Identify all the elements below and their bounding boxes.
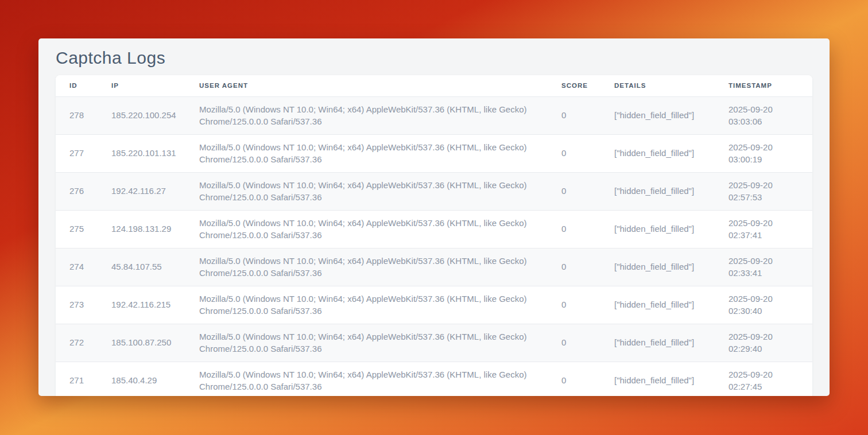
cell-user-agent: Mozilla/5.0 (Windows NT 10.0; Win64; x64… [185,362,548,396]
cell-details: ["hidden_field_filled"] [600,96,715,134]
cell-ip: 185.220.101.131 [98,134,185,172]
cell-timestamp: 2025-09-20 02:37:41 [715,210,812,248]
page-title: Captcha Logs [56,48,812,68]
column-header-user-agent: USER AGENT [185,75,548,96]
cell-timestamp: 2025-09-20 03:00:19 [715,134,812,172]
cell-details: ["hidden_field_filled"] [600,172,715,210]
cell-details: ["hidden_field_filled"] [600,286,715,324]
cell-user-agent: Mozilla/5.0 (Windows NT 10.0; Win64; x64… [185,248,548,286]
table-row: 27445.84.107.55Mozilla/5.0 (Windows NT 1… [56,248,812,286]
cell-id: 271 [56,362,98,396]
logs-table-container: ID IP USER AGENT SCORE DETAILS TIMESTAMP… [56,75,812,396]
cell-id: 272 [56,324,98,362]
column-header-ip: IP [98,75,185,96]
table-row: 277185.220.101.131Mozilla/5.0 (Windows N… [56,134,812,172]
column-header-timestamp: TIMESTAMP [715,75,812,96]
cell-ip: 185.40.4.29 [98,362,185,396]
cell-user-agent: Mozilla/5.0 (Windows NT 10.0; Win64; x64… [185,134,548,172]
column-header-score: SCORE [548,75,600,96]
cell-timestamp: 2025-09-20 02:57:53 [715,172,812,210]
cell-score: 0 [548,172,600,210]
column-header-details: DETAILS [600,75,715,96]
cell-ip: 192.42.116.27 [98,172,185,210]
cell-id: 277 [56,134,98,172]
cell-timestamp: 2025-09-20 02:33:41 [715,248,812,286]
cell-user-agent: Mozilla/5.0 (Windows NT 10.0; Win64; x64… [185,210,548,248]
cell-score: 0 [548,134,600,172]
cell-user-agent: Mozilla/5.0 (Windows NT 10.0; Win64; x64… [185,172,548,210]
captcha-logs-card: Captcha Logs ID IP USER AGENT SCORE DETA… [38,38,830,396]
table-row: 272185.100.87.250Mozilla/5.0 (Windows NT… [56,324,812,362]
cell-id: 276 [56,172,98,210]
cell-ip: 185.220.100.254 [98,96,185,134]
cell-score: 0 [548,248,600,286]
cell-score: 0 [548,362,600,396]
cell-id: 273 [56,286,98,324]
cell-details: ["hidden_field_filled"] [600,210,715,248]
cell-ip: 192.42.116.215 [98,286,185,324]
cell-timestamp: 2025-09-20 02:30:40 [715,286,812,324]
table-row: 275124.198.131.29Mozilla/5.0 (Windows NT… [56,210,812,248]
cell-id: 275 [56,210,98,248]
cell-timestamp: 2025-09-20 03:03:06 [715,96,812,134]
cell-details: ["hidden_field_filled"] [600,362,715,396]
cell-user-agent: Mozilla/5.0 (Windows NT 10.0; Win64; x64… [185,286,548,324]
cell-timestamp: 2025-09-20 02:27:45 [715,362,812,396]
cell-score: 0 [548,324,600,362]
cell-timestamp: 2025-09-20 02:29:40 [715,324,812,362]
logs-table-body: 278185.220.100.254Mozilla/5.0 (Windows N… [56,96,812,396]
table-header-row: ID IP USER AGENT SCORE DETAILS TIMESTAMP [56,75,812,96]
logs-table: ID IP USER AGENT SCORE DETAILS TIMESTAMP… [56,75,812,396]
cell-score: 0 [548,286,600,324]
column-header-id: ID [56,75,98,96]
cell-id: 278 [56,96,98,134]
cell-id: 274 [56,248,98,286]
cell-ip: 124.198.131.29 [98,210,185,248]
table-row: 278185.220.100.254Mozilla/5.0 (Windows N… [56,96,812,134]
cell-details: ["hidden_field_filled"] [600,134,715,172]
cell-user-agent: Mozilla/5.0 (Windows NT 10.0; Win64; x64… [185,324,548,362]
page-background: { "page": { "title": "Captcha Logs" }, "… [0,0,868,435]
cell-details: ["hidden_field_filled"] [600,248,715,286]
cell-ip: 45.84.107.55 [98,248,185,286]
table-row: 273192.42.116.215Mozilla/5.0 (Windows NT… [56,286,812,324]
cell-details: ["hidden_field_filled"] [600,324,715,362]
cell-ip: 185.100.87.250 [98,324,185,362]
table-row: 271185.40.4.29Mozilla/5.0 (Windows NT 10… [56,362,812,396]
cell-score: 0 [548,210,600,248]
cell-score: 0 [548,96,600,134]
table-row: 276192.42.116.27Mozilla/5.0 (Windows NT … [56,172,812,210]
cell-user-agent: Mozilla/5.0 (Windows NT 10.0; Win64; x64… [185,96,548,134]
